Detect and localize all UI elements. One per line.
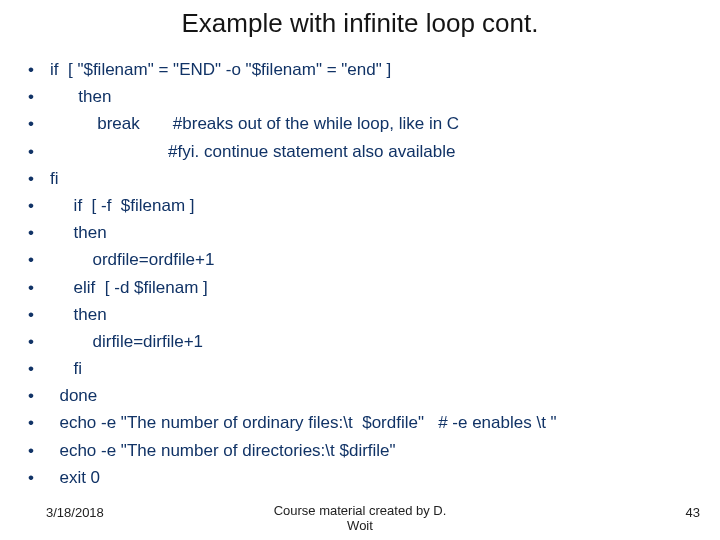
bullet-icon: • (28, 464, 50, 491)
code-text: if [ "$filenam" = "END" -o "$filenam" = … (50, 56, 391, 83)
bullet-icon: • (28, 246, 50, 273)
code-text: fi (50, 165, 59, 192)
slide-body: •if [ "$filenam" = "END" -o "$filenam" =… (28, 56, 698, 491)
code-text: ordfile=ordfile+1 (50, 246, 214, 273)
code-text: break #breaks out of the while loop, lik… (50, 110, 459, 137)
bullet-icon: • (28, 328, 50, 355)
code-line: • ordfile=ordfile+1 (28, 246, 698, 273)
bullet-icon: • (28, 355, 50, 382)
code-text: #fyi. continue statement also available (50, 138, 455, 165)
code-line: •if [ "$filenam" = "END" -o "$filenam" =… (28, 56, 698, 83)
code-text: then (50, 301, 107, 328)
code-line: • then (28, 301, 698, 328)
code-text: fi (50, 355, 82, 382)
code-line: • dirfile=dirfile+1 (28, 328, 698, 355)
bullet-icon: • (28, 437, 50, 464)
code-line: • elif [ -d $filenam ] (28, 274, 698, 301)
code-line: • echo -e "The number of ordinary files:… (28, 409, 698, 436)
bullet-icon: • (28, 192, 50, 219)
code-text: done (50, 382, 97, 409)
slide-title: Example with infinite loop cont. (0, 8, 720, 39)
code-line: • done (28, 382, 698, 409)
code-line: • fi (28, 355, 698, 382)
code-line: • then (28, 83, 698, 110)
footer-center: Course material created by D.Woit (0, 503, 720, 534)
bullet-icon: • (28, 110, 50, 137)
code-text: elif [ -d $filenam ] (50, 274, 208, 301)
code-line: • echo -e "The number of directories:\t … (28, 437, 698, 464)
code-line: • #fyi. continue statement also availabl… (28, 138, 698, 165)
code-line: • then (28, 219, 698, 246)
code-text: then (50, 83, 111, 110)
code-line: • if [ -f $filenam ] (28, 192, 698, 219)
code-text: then (50, 219, 107, 246)
footer-page-number: 43 (686, 505, 700, 520)
bullet-icon: • (28, 56, 50, 83)
code-text: echo -e "The number of ordinary files:\t… (50, 409, 557, 436)
code-line: •fi (28, 165, 698, 192)
bullet-icon: • (28, 165, 50, 192)
bullet-icon: • (28, 409, 50, 436)
bullet-icon: • (28, 274, 50, 301)
code-text: if [ -f $filenam ] (50, 192, 195, 219)
slide: Example with infinite loop cont. •if [ "… (0, 0, 720, 540)
code-text: exit 0 (50, 464, 100, 491)
code-line: • exit 0 (28, 464, 698, 491)
bullet-icon: • (28, 382, 50, 409)
code-line: • break #breaks out of the while loop, l… (28, 110, 698, 137)
bullet-icon: • (28, 138, 50, 165)
bullet-icon: • (28, 83, 50, 110)
bullet-icon: • (28, 219, 50, 246)
code-text: dirfile=dirfile+1 (50, 328, 203, 355)
code-text: echo -e "The number of directories:\t $d… (50, 437, 396, 464)
bullet-icon: • (28, 301, 50, 328)
